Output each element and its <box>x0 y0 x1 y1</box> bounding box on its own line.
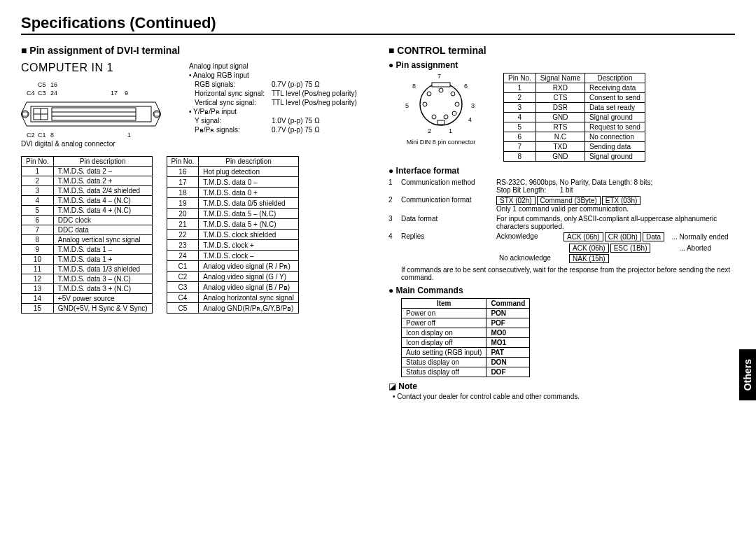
interface-format-block: 1 Communication method RS-232C, 9600bps,… <box>388 178 735 281</box>
svg-point-12 <box>420 83 462 125</box>
left-column: Pin assignment of DVI-I terminal COMPUTE… <box>21 38 368 400</box>
svg-marker-5 <box>154 112 160 116</box>
note-text: • Contact your dealer for control cable … <box>393 393 735 400</box>
consecutive-note: If commands are to be sent consecutively… <box>401 266 735 281</box>
dvi-connector-diagram: C5 16 C4 C3 24 17 9 <box>21 81 175 137</box>
svg-point-18 <box>455 102 459 106</box>
computer-in-label: COMPUTER IN 1 <box>21 62 175 74</box>
analog-signal-block: Analog input signal • Analog RGB input R… <box>189 62 357 134</box>
main-commands-table: ItemCommand Power onPONPower offPOFIcon … <box>401 298 530 377</box>
svg-point-4 <box>153 111 160 118</box>
dvi-pin-table-a: Pin No.Pin description 1T.M.D.S. data 2 … <box>21 156 153 314</box>
svg-point-2 <box>22 111 29 118</box>
page-title: Specifications (Continued) <box>21 14 735 35</box>
dvi-heading: Pin assignment of DVI-I terminal <box>21 45 368 56</box>
right-column: CONTROL terminal Pin assignment 7 8 6 5 … <box>388 38 735 400</box>
svg-rect-22 <box>438 120 444 125</box>
svg-rect-1 <box>31 106 151 122</box>
svg-marker-3 <box>22 112 28 116</box>
others-tab: Others <box>739 349 756 400</box>
dvi-caption: DVI digital & analog connector <box>21 140 175 148</box>
svg-rect-9 <box>52 108 136 120</box>
din-connector-diagram: 7 8 6 5 3 4 2 1 <box>388 73 493 146</box>
svg-point-21 <box>444 115 448 119</box>
svg-rect-13 <box>432 83 450 87</box>
svg-point-20 <box>432 115 436 119</box>
note-title: Note <box>388 381 735 391</box>
pin-assignment-subtitle: Pin assignment <box>388 60 735 70</box>
svg-point-17 <box>423 102 427 106</box>
interface-format-title: Interface format <box>388 166 735 176</box>
svg-point-19 <box>452 111 456 115</box>
control-pin-table: Pin No. Signal Name Description 1RXDRece… <box>503 73 645 162</box>
svg-point-16 <box>451 92 455 96</box>
svg-point-15 <box>427 92 431 96</box>
control-heading: CONTROL terminal <box>388 45 735 56</box>
svg-point-14 <box>439 88 443 92</box>
dvi-pin-table-b: Pin No.Pin description 16Hot plug detect… <box>167 156 299 314</box>
main-commands-title: Main Commands <box>388 286 735 295</box>
